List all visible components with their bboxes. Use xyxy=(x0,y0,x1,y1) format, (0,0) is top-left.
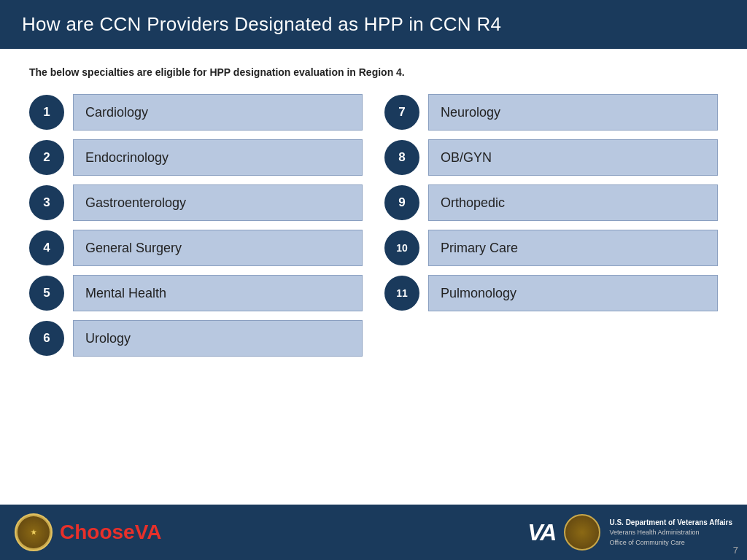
specialty-label: OB/GYN xyxy=(428,139,718,176)
choose-va-prefix: Choose xyxy=(60,521,135,543)
va-logo: VA xyxy=(527,519,555,546)
specialty-number: 3 xyxy=(29,185,64,220)
specialty-number: 5 xyxy=(29,276,64,311)
list-item: 1Cardiology xyxy=(29,94,363,131)
list-item: 6Urology xyxy=(29,320,363,357)
list-item: 7Neurology xyxy=(384,94,718,131)
dept-line1: U.S. Department of Veterans Affairs xyxy=(609,517,732,528)
specialty-label: Pulmonology xyxy=(428,275,718,311)
list-item: 4General Surgery xyxy=(29,230,363,266)
specialty-number: 11 xyxy=(384,276,419,311)
specialty-label: Urology xyxy=(73,320,363,357)
specialty-label: Primary Care xyxy=(428,230,718,266)
footer-right: VA U.S. Department of Veterans Affairs V… xyxy=(527,514,732,551)
specialty-label: Cardiology xyxy=(73,94,363,131)
list-item: 3Gastroenterology xyxy=(29,184,363,221)
specialty-label: General Surgery xyxy=(73,230,363,266)
specialty-number: 10 xyxy=(384,230,419,265)
dept-line2: Veterans Health Administration xyxy=(609,528,732,538)
specialty-label: Orthopedic xyxy=(428,184,718,221)
va-seal-left: ★ xyxy=(15,513,53,551)
specialty-columns: 1Cardiology2Endocrinology3Gastroenterolo… xyxy=(29,94,718,497)
seal-inner: ★ xyxy=(18,516,50,548)
page-number: 7 xyxy=(733,545,738,556)
choose-va-v: V xyxy=(135,521,147,543)
list-item: 8OB/GYN xyxy=(384,139,718,176)
specialty-label: Gastroenterology xyxy=(73,184,363,221)
page-footer: ★ ChooseVA VA U.S. Department of Veteran… xyxy=(0,505,747,560)
list-item: 5Mental Health xyxy=(29,275,363,311)
list-item: 10Primary Care xyxy=(384,230,718,266)
specialty-number: 8 xyxy=(384,140,419,175)
right-column: 7Neurology8OB/GYN9Orthopedic10Primary Ca… xyxy=(384,94,718,497)
specialty-number: 2 xyxy=(29,140,64,175)
specialty-number: 6 xyxy=(29,321,64,356)
dept-info: U.S. Department of Veterans Affairs Vete… xyxy=(609,517,732,548)
list-item: 9Orthopedic xyxy=(384,184,718,221)
header-title: How are CCN Providers Designated as HPP … xyxy=(22,13,501,35)
dept-line3: Office of Community Care xyxy=(609,538,732,548)
specialty-number: 9 xyxy=(384,185,419,220)
subtitle-text: The below specialties are eligible for H… xyxy=(29,66,718,78)
list-item: 11Pulmonology xyxy=(384,275,718,311)
specialty-label: Endocrinology xyxy=(73,139,363,176)
list-item: 2Endocrinology xyxy=(29,139,363,176)
footer-left: ★ ChooseVA xyxy=(15,513,162,551)
specialty-number: 4 xyxy=(29,230,64,265)
specialty-label: Mental Health xyxy=(73,275,363,311)
dept-seal xyxy=(564,514,600,551)
choose-va-a: A xyxy=(147,521,161,543)
specialty-number: 7 xyxy=(384,95,419,130)
main-content: The below specialties are eligible for H… xyxy=(0,49,747,505)
page-header: How are CCN Providers Designated as HPP … xyxy=(0,0,747,49)
specialty-number: 1 xyxy=(29,95,64,130)
specialty-label: Neurology xyxy=(428,94,718,131)
left-column: 1Cardiology2Endocrinology3Gastroenterolo… xyxy=(29,94,363,497)
choose-va-logo: ChooseVA xyxy=(60,521,162,544)
